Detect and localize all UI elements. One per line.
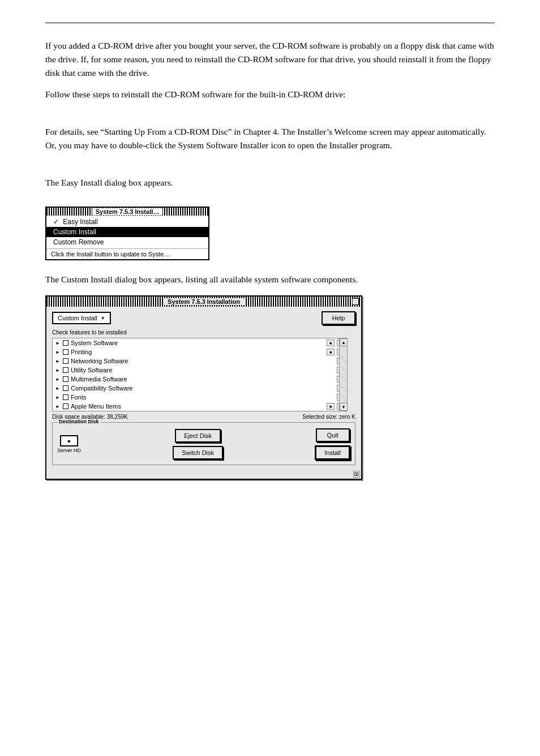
checkbox-apple-menu[interactable] [63,403,68,409]
checkbox-printing[interactable] [63,349,68,355]
action-buttons: Quit Install [315,428,350,460]
checkbox-system-software[interactable] [63,340,68,346]
large-dialog-titlebar: System 7.5.3 Installation □ [46,297,361,307]
selected-size: Selected size: zero K [302,414,355,420]
expand-arrow-icon: ► [55,404,61,409]
large-dialog-title: System 7.5.3 Installation [163,298,245,305]
feature-item-apple-menu[interactable]: ► Apple Menu Items ■ + [53,402,347,411]
titlebar-resize-box[interactable]: □ [352,298,359,305]
feature-label-multimedia: Multimedia Software [71,376,335,383]
feature-list: ► System Software ■ + ► Printing ■ ☰ ► [52,338,348,411]
toolbar: Custom Install ▼ Help [46,307,361,329]
quit-button[interactable]: Quit [316,428,350,442]
feature-label-apple-menu: Apple Menu Items [71,403,324,410]
expand-arrow-icon: ► [55,386,61,391]
page-container: If you added a CD-ROM drive after you bo… [0,0,540,526]
disk-icon: ■ [60,435,78,446]
feature-label-printing: Printing [71,349,324,355]
feature-icon-printing: ■ [327,349,335,355]
expand-arrow-icon: ► [55,341,61,346]
menu-item-custom-install[interactable]: Custom Install [46,227,208,237]
custom-install-dropdown[interactable]: Custom Install ▼ [52,312,111,324]
small-dialog-title: System 7.5.3 Install… [92,208,163,215]
top-rule [45,23,495,23]
switch-disk-button[interactable]: Switch Disk [173,446,223,459]
feature-item-system-software[interactable]: ► System Software ■ + [53,338,347,347]
paragraph-1: If you added a CD-ROM drive after you bo… [45,39,495,80]
bottom-corner: ⚿ [46,470,361,479]
checkbox-utility[interactable] [63,367,68,373]
resize-handle-icon[interactable]: ⚿ [353,471,360,478]
help-button[interactable]: Help [322,311,355,325]
expand-arrow-icon: ► [55,395,61,400]
small-dialog-titlebar: System 7.5.3 Install… [46,208,208,216]
scrollbar-down-button[interactable]: ▼ [340,403,348,411]
custom-install-dialog: System 7.5.3 Installation □ Custom Insta… [45,295,362,480]
expand-arrow-icon: ► [55,359,61,364]
checkbox-fonts[interactable] [63,394,68,400]
menu-item-easy-install[interactable]: Easy Install [46,217,208,227]
feature-icon-system-software: ■ [327,340,335,346]
destination-section: Destination Disk ■ Server HD Eject Disk … [52,422,355,465]
expand-arrow-icon: ► [55,377,61,382]
dropdown-label: Custom Install [58,315,97,321]
menu-item-custom-remove[interactable]: Custom Remove [46,237,208,247]
disk-icon-area: ■ Server HD [57,435,81,453]
scrollbar-up-button[interactable]: ▲ [340,338,348,346]
eject-disk-button[interactable]: Eject Disk [175,429,221,443]
paragraph-3: For details, see “Starting Up From a CD-… [45,125,495,152]
dropdown-arrow-icon: ▼ [101,316,105,321]
feature-item-networking[interactable]: ► Networking Software ■ [53,356,347,366]
scrollbar-track [340,346,347,403]
install-button[interactable]: Install [315,445,350,460]
paragraph-2: Follow these steps to reinstall the CD-R… [45,88,495,101]
destination-content: ■ Server HD Eject Disk Switch Disk Quit … [57,428,350,460]
feature-label-compatibility: Compatibility Software [71,385,335,392]
feature-list-wrapper: ► System Software ■ + ► Printing ■ ☰ ► [46,338,361,411]
menu-items-list: Easy Install Custom Install Custom Remov… [46,216,208,248]
checkbox-compatibility[interactable] [63,385,68,391]
feature-label-utility: Utility Software [71,367,335,373]
easy-install-dialog: System 7.5.3 Install… Easy Install Custo… [45,207,209,260]
feature-icon-apple-menu: ■ [327,403,335,410]
feature-label-system-software: System Software [71,340,324,346]
checkbox-multimedia[interactable] [63,376,68,382]
feature-item-printing[interactable]: ► Printing ■ ☰ [53,347,347,356]
feature-item-multimedia[interactable]: ► Multimedia Software ■ [53,375,347,384]
feature-item-utility[interactable]: ► Utility Software ■ [53,366,347,375]
disk-label: Server HD [57,448,81,453]
checkbox-networking[interactable] [63,358,68,364]
feature-item-compatibility[interactable]: ► Compatibility Software ■ [53,384,347,393]
paragraph-5: The Custom Install dialog box appears, l… [45,273,495,286]
feature-item-fonts[interactable]: ► Fonts ■ [53,393,347,402]
feature-list-scrollbar: ▲ ▼ [339,338,347,411]
small-dialog-bottom-text: Click the Install button to update to Sy… [46,248,208,259]
expand-arrow-icon: ► [55,368,61,373]
expand-arrow-icon: ► [55,350,61,355]
feature-list-subtitle: Check features to be installed [46,329,361,338]
feature-label-fonts: Fonts [71,394,335,401]
destination-label: Destination Disk [57,419,101,424]
feature-label-networking: Networking Software [71,358,335,364]
dest-buttons: Eject Disk Switch Disk [173,429,223,459]
paragraph-4: The Easy Install dialog box appears. [45,176,495,190]
